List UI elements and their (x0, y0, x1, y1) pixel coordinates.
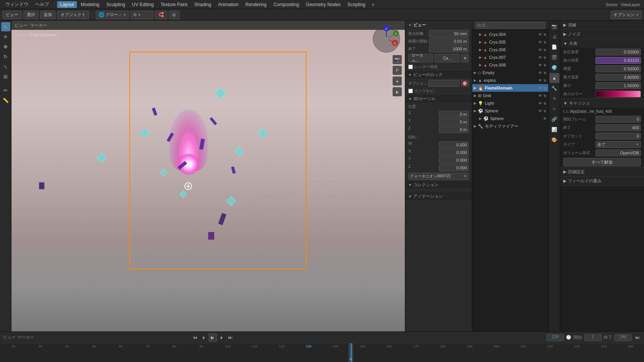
next-frame-btn[interactable]: ⏵ (218, 334, 225, 341)
shading-solid-btn[interactable]: ● (393, 76, 402, 86)
outliner-item-modifier[interactable]: ▶ 🔧 モディファイアー (472, 122, 548, 130)
3d-viewport[interactable]: ビュー マーカー (11, 21, 405, 331)
jump-end-frame-btn[interactable]: ⏭ (634, 334, 641, 341)
overlay-btn[interactable]: ◐ (393, 87, 402, 96)
dissolve-header[interactable]: ▶ 消滅 (560, 21, 644, 29)
outliner-item-sphere1[interactable]: ▶ ⚽ Sphere 👁 🖱 (472, 107, 548, 115)
offset-value[interactable]: 0 (595, 133, 641, 140)
outliner-item-crys005[interactable]: ▶ ▲ Crys.005 👁 🖱 (472, 38, 548, 46)
outliner-item-crys007[interactable]: ▶ ▲ Crys.007 👁 🖱 (472, 54, 548, 61)
outliner-search-input[interactable] (475, 22, 545, 29)
current-frame-input[interactable]: 129 (546, 334, 564, 341)
menu-sculpting[interactable]: Sculpting (103, 1, 128, 8)
camera-clear-btn[interactable]: ✕ (461, 54, 469, 62)
menu-layout[interactable]: Layout (57, 1, 77, 8)
prop-icon-scene[interactable]: 🎬 (549, 52, 559, 62)
snap-toggle[interactable]: 🧲 (155, 11, 167, 19)
scene-selector[interactable]: Scene (606, 2, 618, 7)
tool-transform[interactable]: ⊞ (1, 72, 10, 81)
outliner-item-empty[interactable]: ▶ ◇ Empty 👁 🖱 (472, 69, 548, 76)
navigation-widget[interactable]: Y X Z (371, 24, 402, 54)
cursor-rx[interactable]: 0.000 (439, 149, 469, 156)
tool-rotate[interactable]: ↻ (1, 52, 10, 61)
end-frame-input[interactable]: 240 (615, 334, 632, 341)
tool-annotate[interactable]: ✏ (1, 86, 10, 95)
prop-icon-modifier[interactable]: 🔧 (549, 83, 559, 93)
outliner-item-sphere2[interactable]: ▶ ⚽ Sphere 👁 (472, 115, 548, 122)
end-frame-value[interactable]: 400 (595, 124, 641, 131)
noise-header[interactable]: ▶ ノイズ (560, 30, 644, 39)
outliner-item-crys008[interactable]: ▶ ▲ Crys.008 👁 🖱 (472, 61, 548, 69)
viewport-shading[interactable]: マーカー (30, 23, 47, 28)
clip-end-value[interactable]: 1000 m (429, 45, 469, 52)
outliner-item-crys004[interactable]: ▶ ▲ Crys.004 👁 🖱 (472, 31, 548, 38)
annotation-header[interactable]: ▼ アノテーション (405, 192, 472, 201)
menu-rendering[interactable]: Rendering (242, 1, 269, 8)
max-temp-value[interactable]: 3.80000 (595, 74, 641, 81)
cache-path[interactable]: \..\..\AppData\...he_fluid_4b8 (563, 109, 641, 114)
options-dropdown[interactable]: オプション ▼ (611, 11, 642, 19)
menu-scripting[interactable]: Scripting (344, 1, 368, 8)
tool-measure[interactable]: 📏 (1, 96, 10, 105)
min-value[interactable]: 1.50000 (595, 82, 641, 89)
tool-scale[interactable]: ⤡ (1, 62, 10, 71)
smoke-value[interactable]: 0.50000 (595, 65, 641, 72)
prop-icon-data[interactable]: 📊 (549, 125, 559, 135)
cursor-ry[interactable]: 0.000 (439, 157, 469, 164)
prop-icon-world[interactable]: 🌍 (549, 63, 559, 73)
proportional-editing[interactable]: ◎ (169, 11, 179, 19)
transform-orientation[interactable]: 🌐 グロー... ▼ (96, 11, 129, 19)
start-frame-input[interactable]: 1 (584, 334, 602, 341)
flame-depth-value[interactable]: 0.93320 (595, 57, 641, 64)
lock-object-pick-btn[interactable]: 🎯 (461, 80, 469, 87)
quaternion-dropdown[interactable]: クォータニオン(WXYZ) ▼ (408, 173, 469, 180)
lock-camera-checkbox[interactable] (408, 89, 413, 93)
jump-start-btn[interactable]: ⏮ (192, 334, 199, 341)
menu-geometrynodes[interactable]: Geometry Nodes (303, 1, 344, 8)
view-lock-header[interactable]: ▼ ビューのロック (405, 71, 472, 79)
cache-header[interactable]: ▼ キャッシュ (560, 99, 644, 107)
collection-header[interactable]: ▼ コレクション (405, 181, 472, 189)
viewlayer-selector[interactable]: ViewLayer (621, 2, 640, 7)
view-panel-header[interactable]: ▼ ビュー (405, 21, 472, 30)
camera-view-btn[interactable]: 📷 (393, 55, 402, 64)
lock-object-input[interactable] (428, 80, 460, 87)
menu-help[interactable]: ヘルプ (32, 0, 52, 8)
tool-select[interactable]: ↖ (1, 22, 10, 31)
prop-icon-view-layer[interactable]: 📄 (549, 42, 559, 52)
tool-move[interactable]: ✥ (1, 42, 10, 51)
menu-uvediting[interactable]: UV Editing (129, 1, 157, 8)
field-weights-header[interactable]: ▶ フィールドの重み (560, 177, 644, 185)
3d-cursor[interactable] (184, 182, 192, 190)
menu-texturepaint[interactable]: Texture Paint (158, 1, 191, 8)
menu-shading[interactable]: Shading (191, 1, 214, 8)
timeline-ruler[interactable]: 20 30 40 50 60 70 80 90 100 110 120 130 … (0, 343, 644, 362)
prop-icon-constraints[interactable]: 🔗 (549, 114, 559, 124)
menu-add-workspace[interactable]: + (369, 1, 377, 8)
menu-modeling[interactable]: Modeling (78, 1, 103, 8)
focal-length-value[interactable]: 50 mm (429, 30, 469, 37)
type-dropdown[interactable]: 全て ▼ (595, 141, 641, 148)
viewport-mode[interactable]: ビュー (15, 23, 27, 28)
view-menu-btn[interactable]: ビュー (2, 11, 22, 19)
cursor-z[interactable]: 0 m (439, 126, 469, 133)
outliner-item-flamedomain[interactable]: ▶ 🔥 FlameDomain 👁 🖱 (472, 84, 548, 92)
start-frame-value[interactable]: 0 (595, 116, 641, 123)
prop-icon-physics[interactable]: ⚛ (549, 104, 559, 114)
prop-icon-output[interactable]: 🖨 (549, 32, 559, 42)
prop-icon-material[interactable]: 🎨 (549, 135, 559, 145)
pivot-point[interactable]: ⊙ ▼ (130, 11, 153, 19)
object-menu-btn[interactable]: オブジェクト (57, 11, 89, 19)
add-menu-btn[interactable]: 追加 (40, 11, 55, 19)
local-btn[interactable]: ローカル... (408, 54, 433, 62)
flame-color-swatch[interactable] (595, 91, 641, 97)
cursor-y[interactable]: 0 m (439, 119, 469, 125)
fire-header[interactable]: ▼ 火炎 (560, 39, 644, 48)
clip-start-value[interactable]: 0.01 m (429, 38, 469, 45)
prop-icon-object[interactable]: ▲ (549, 73, 559, 83)
cursor-w[interactable]: 0.000 (439, 141, 469, 148)
outliner-item-explos[interactable]: ▶ ▲ explos 👁 🖱 (472, 76, 548, 84)
cursor-x[interactable]: 0 m (439, 111, 469, 118)
prop-icon-render[interactable]: 📷 (549, 21, 559, 31)
reaction-speed-value[interactable]: 0.50000 (595, 49, 641, 55)
